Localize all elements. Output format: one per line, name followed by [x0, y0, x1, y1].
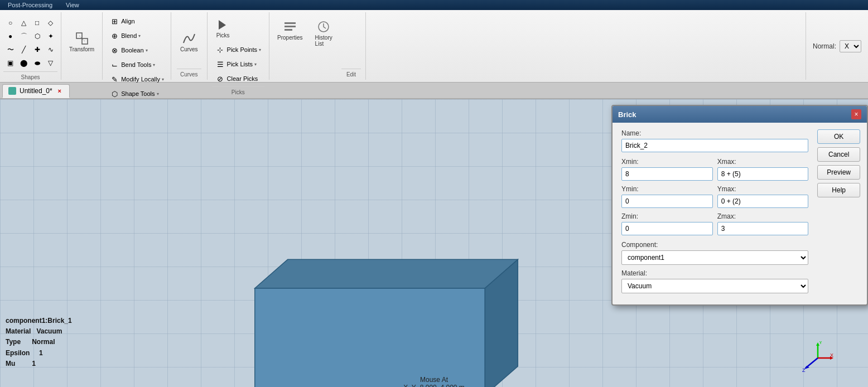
header-menu-bar: Post-Processing View — [0, 0, 868, 10]
name-input[interactable] — [621, 139, 808, 152]
zmin-label: Zmin: — [621, 212, 713, 220]
boolean-dropdown-arrow: ▾ — [146, 48, 148, 53]
tab-close-button[interactable]: × — [56, 87, 64, 95]
zmax-label: Zmax: — [717, 212, 809, 220]
bend-tools-label: Bend Tools — [121, 61, 151, 68]
picks-icon — [215, 17, 231, 32]
material-label: Material: — [621, 269, 808, 277]
xmin-label: Xmin: — [621, 158, 713, 166]
xmin-group: Xmin: — [621, 158, 713, 181]
shape-icon-star[interactable]: ✦ — [45, 30, 57, 42]
material-select[interactable]: Vacuum — [621, 279, 808, 293]
transform-button[interactable]: Transform — [66, 28, 98, 55]
modify-locally-button[interactable]: ✎ Modify Locally ▾ — [106, 72, 167, 86]
tools-row-4: ⌙ Bend Tools ▾ — [106, 58, 167, 71]
cancel-button[interactable]: Cancel — [817, 147, 860, 162]
shapes-group-label: Shapes — [3, 71, 57, 80]
shapes-group: ○ △ □ ◇ ● ⌒ ⬡ ✦ 〜 ╱ ✚ ∿ ▣ ⬤ ⬬ ▽ Shapes — [0, 12, 61, 80]
pick-lists-row: ☰ Pick Lists ▾ — [212, 57, 264, 71]
svg-rect-6 — [284, 29, 292, 31]
component-label: Component: — [621, 241, 808, 249]
history-list-button[interactable]: History List — [312, 17, 336, 49]
zmax-input[interactable] — [717, 222, 809, 235]
shape-icon-sphere[interactable]: ⬤ — [18, 57, 30, 69]
shape-icon-diamond[interactable]: ◇ — [45, 17, 57, 29]
shape-tools-label: Shape Tools — [121, 90, 155, 97]
shape-icon-box[interactable]: ▣ — [4, 57, 17, 69]
pick-lists-button[interactable]: ☰ Pick Lists ▾ — [212, 57, 260, 71]
dialog-close-button[interactable]: × — [851, 109, 861, 119]
svg-marker-3 — [219, 20, 226, 30]
shape-icon-line[interactable]: ╱ — [18, 43, 30, 56]
pick-points-row: ⊹ Pick Points ▾ — [212, 43, 264, 56]
align-button[interactable]: ⊞ Align — [106, 14, 138, 28]
picks-icon-button[interactable]: Picks — [212, 14, 234, 41]
bend-tools-dropdown-arrow: ▾ — [153, 62, 155, 67]
edit-group-label: Edit — [341, 69, 361, 78]
pick-points-button[interactable]: ⊹ Pick Points ▾ — [212, 43, 264, 56]
properties-button[interactable]: Properties — [274, 17, 306, 43]
tab-untitled[interactable]: Untitled_0* × — [2, 84, 70, 98]
component-select[interactable]: component1 — [621, 250, 808, 265]
status-material: Material Vacuum — [6, 326, 72, 337]
status-epsilon: Epsilon 1 — [6, 348, 72, 359]
ymax-label: Ymax: — [717, 185, 809, 193]
menu-view[interactable]: View — [64, 1, 81, 9]
boolean-button[interactable]: ⊗ Boolean ▾ — [106, 43, 151, 57]
status-component-brick: component1:Brick_1 — [6, 316, 72, 326]
blend-button[interactable]: ⊕ Blend ▾ — [106, 29, 144, 42]
normal-axis-select[interactable]: X Y Z — [840, 40, 861, 52]
history-list-icon — [316, 19, 331, 35]
shape-icon-poly[interactable]: ⬡ — [31, 30, 44, 42]
bend-tools-button[interactable]: ⌙ Bend Tools ▾ — [106, 58, 158, 71]
shape-icon-cone[interactable]: ▽ — [45, 57, 57, 69]
shape-icon-circle[interactable]: ○ — [4, 17, 17, 29]
ymax-group: Ymax: — [717, 185, 809, 208]
svg-text:Y: Y — [819, 341, 822, 345]
tools-group: ⊞ Align ⊕ Blend ▾ ⊗ Boolean ▾ ⌙ Bend Too… — [103, 12, 171, 80]
xmax-input[interactable] — [717, 167, 809, 181]
ok-button[interactable]: OK — [817, 129, 860, 144]
mouse-at-label: Mouse At — [403, 376, 465, 384]
shape-icon-arc[interactable]: ⌒ — [18, 30, 30, 42]
zmin-input[interactable] — [621, 222, 713, 235]
viewport[interactable]: component1:Brick_1 Material Vacuum Type … — [0, 99, 868, 387]
pick-points-icon: ⊹ — [215, 45, 225, 55]
mouse-position: Mouse At X, Y -8.000, 4.000 m — [403, 376, 465, 387]
history-list-label: History List — [315, 35, 332, 47]
shape-icon-wave[interactable]: 〜 — [4, 43, 17, 56]
transform-icon — [74, 31, 90, 46]
preview-button[interactable]: Preview — [817, 165, 860, 180]
curves-button[interactable]: Curves — [177, 28, 201, 55]
pick-points-label: Pick Points — [227, 46, 257, 53]
blend-dropdown-arrow: ▾ — [138, 33, 141, 38]
dialog-content: Name: Xmin: Xmax: — [613, 123, 867, 304]
shape-icon-cyl[interactable]: ⬬ — [31, 57, 44, 69]
boolean-icon: ⊗ — [109, 45, 119, 55]
xmin-input[interactable] — [621, 167, 713, 181]
shape-icon-cross[interactable]: ✚ — [31, 43, 44, 56]
shape-icon-circle2[interactable]: ● — [4, 30, 17, 42]
shape-icon-rect[interactable]: □ — [31, 17, 44, 29]
clear-picks-button[interactable]: ⊘ Clear Picks — [212, 72, 262, 85]
ymax-input[interactable] — [717, 195, 809, 208]
curves-group: Curves Curves — [171, 12, 208, 80]
status-mu: Mu 1 — [6, 359, 72, 369]
tools-row-2: ⊕ Blend ▾ — [106, 29, 167, 42]
zmin-group: Zmin: — [621, 212, 713, 235]
modify-locally-dropdown-arrow: ▾ — [162, 77, 164, 82]
brick-dialog[interactable]: Brick × Name: Xmin: — [611, 105, 868, 306]
status-type: Type Normal — [6, 337, 72, 347]
help-button[interactable]: Help — [817, 183, 860, 197]
svg-marker-10 — [255, 288, 485, 387]
component-group: Component: component1 — [621, 241, 808, 265]
svg-text:Z: Z — [802, 367, 806, 373]
shape-icon-triangle[interactable]: △ — [18, 17, 30, 29]
shape-tools-button[interactable]: ⬡ Shape Tools ▾ — [106, 87, 162, 100]
picks-group: Picks ⊹ Pick Points ▾ ☰ Pick Lists ▾ ⊘ C… — [208, 12, 269, 80]
ymin-input[interactable] — [621, 195, 713, 208]
menu-post-processing[interactable]: Post-Processing — [6, 1, 55, 9]
z-row: Zmin: Zmax: — [621, 212, 808, 235]
shape-icon-curve[interactable]: ∿ — [45, 43, 57, 56]
ymin-label: Ymin: — [621, 185, 713, 193]
